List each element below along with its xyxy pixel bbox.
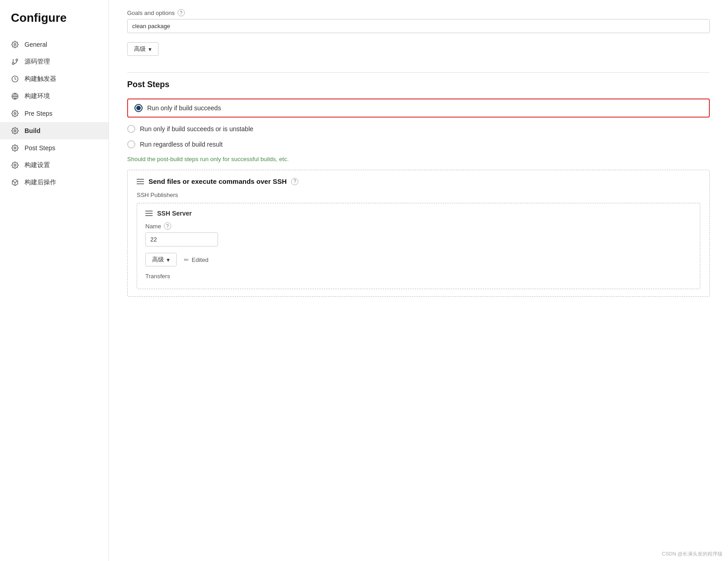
goals-field-group: Goals and options ?	[127, 9, 710, 33]
svg-point-8	[14, 130, 16, 132]
sidebar-item-label: 源码管理	[25, 58, 50, 66]
sidebar-title: Configure	[0, 11, 109, 36]
publishers-label: SSH Publishers	[137, 192, 700, 198]
svg-point-2	[16, 59, 18, 61]
sidebar-item-trigger[interactable]: 构建触发器	[0, 70, 109, 88]
sidebar-item-post-build[interactable]: 构建后操作	[0, 174, 109, 191]
ssh-help-icon[interactable]: ?	[291, 178, 298, 185]
goals-label: Goals and options ?	[127, 9, 710, 16]
sidebar-item-label: Build	[25, 127, 40, 134]
gear-icon	[11, 40, 19, 49]
advanced-edited-row: 高级 ▾ ✏ Edited	[145, 253, 692, 266]
sidebar-item-build[interactable]: Build	[0, 122, 109, 139]
radio-label-always: Run regardless of build result	[140, 141, 223, 148]
sidebar-item-pre-steps[interactable]: Pre Steps	[0, 105, 109, 122]
radio-run-success[interactable]: Run only if build succeeds	[127, 98, 710, 118]
sidebar-item-label: Pre Steps	[25, 110, 52, 117]
gear-icon	[11, 127, 19, 135]
globe-icon	[11, 92, 19, 100]
ssh-server-header: SSH Server	[145, 210, 692, 217]
ssh-advanced-label: 高级	[152, 256, 164, 264]
branch-icon	[11, 58, 19, 66]
watermark: CSDN @长满头发的程序猿	[662, 551, 723, 557]
sidebar-item-label: 构建后操作	[25, 178, 56, 187]
main-content: Goals and options ? 高级 ▾ Post Steps Run …	[109, 0, 728, 561]
chevron-down-icon: ▾	[149, 46, 152, 53]
sidebar-item-label: Post Steps	[25, 144, 55, 152]
box-icon	[11, 178, 19, 187]
sidebar-item-env[interactable]: 构建环境	[0, 88, 109, 105]
ssh-advanced-button[interactable]: 高级 ▾	[145, 253, 177, 266]
gear-icon	[11, 109, 19, 118]
radio-run-always[interactable]: Run regardless of build result	[127, 140, 710, 148]
svg-point-10	[14, 164, 16, 166]
goals-input[interactable]	[127, 19, 710, 33]
drag-handle-icon[interactable]	[137, 179, 144, 184]
ssh-panel-title: Send files or execute commands over SSH	[149, 177, 287, 185]
hint-text: Should the post-build steps run only for…	[127, 156, 710, 162]
sidebar-item-post-steps[interactable]: Post Steps	[0, 139, 109, 157]
radio-circle-always	[127, 140, 135, 148]
sidebar-item-label: 构建触发器	[25, 75, 56, 83]
gear-icon	[11, 161, 19, 169]
radio-label-unstable: Run only if build succeeds or is unstabl…	[140, 125, 253, 133]
name-help-icon[interactable]: ?	[164, 222, 171, 230]
sidebar: Configure General 源码管理 构建触发器	[0, 0, 109, 561]
sidebar-item-label: General	[25, 41, 47, 48]
radio-label-success: Run only if build succeeds	[147, 104, 221, 112]
edited-badge: ✏ Edited	[184, 256, 208, 263]
radio-circle-unstable	[127, 125, 135, 133]
edited-label: Edited	[192, 256, 208, 263]
radio-circle-success	[134, 104, 143, 112]
goals-help-icon[interactable]: ?	[178, 9, 185, 16]
post-steps-title: Post Steps	[127, 80, 710, 89]
sidebar-item-build-settings[interactable]: 构建设置	[0, 157, 109, 174]
sidebar-item-label: 构建设置	[25, 161, 50, 169]
advanced-button[interactable]: 高级 ▾	[127, 42, 158, 56]
name-label: Name ?	[145, 222, 692, 230]
advanced-label: 高级	[134, 45, 146, 53]
radio-run-unstable[interactable]: Run only if build succeeds or is unstabl…	[127, 125, 710, 133]
svg-point-0	[14, 44, 16, 45]
transfers-label: Transfers	[145, 273, 692, 280]
chevron-down-icon: ▾	[167, 256, 170, 263]
sidebar-item-label: 构建环境	[25, 92, 50, 100]
ssh-panel: Send files or execute commands over SSH …	[127, 170, 710, 297]
section-divider	[127, 72, 710, 73]
ssh-name-input[interactable]	[145, 232, 218, 246]
ssh-server-panel: SSH Server Name ? 高级 ▾ ✏ Edited Transfer…	[137, 203, 700, 289]
ssh-server-drag-icon[interactable]	[145, 211, 153, 216]
svg-point-9	[14, 147, 16, 149]
svg-point-7	[14, 113, 16, 114]
pencil-icon: ✏	[184, 256, 189, 263]
svg-point-3	[12, 63, 14, 64]
sidebar-item-general[interactable]: General	[0, 36, 109, 53]
sidebar-item-source[interactable]: 源码管理	[0, 53, 109, 70]
ssh-server-title: SSH Server	[157, 210, 192, 217]
gear-icon	[11, 144, 19, 152]
clock-icon	[11, 75, 19, 83]
ssh-panel-header: Send files or execute commands over SSH …	[137, 177, 700, 185]
